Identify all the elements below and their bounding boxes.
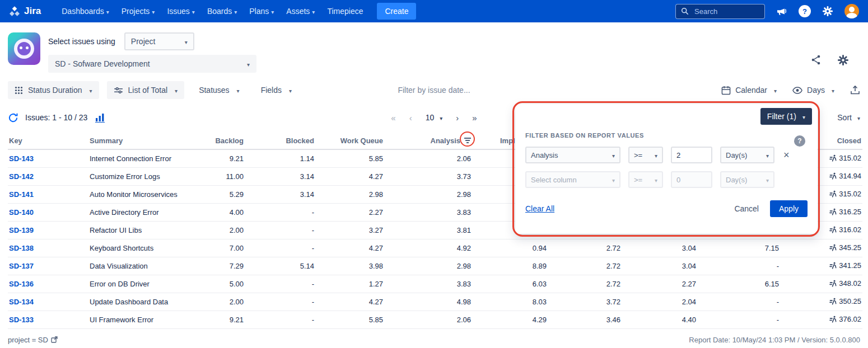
filter-column-select[interactable]: Analysis	[525, 147, 620, 163]
context-bar: Select issues using Project SD - Sofware…	[0, 22, 868, 78]
issue-key-link[interactable]: SD-139	[9, 226, 34, 234]
filter-column-select-disabled[interactable]: Select column	[525, 171, 620, 188]
share-icon[interactable]	[810, 54, 822, 65]
issue-key-link[interactable]: SD-141	[9, 190, 34, 199]
closed-value: 345.25	[839, 243, 861, 252]
time-unit-select[interactable]: Days	[792, 86, 834, 95]
column-filter-icon[interactable]	[464, 137, 471, 145]
create-button[interactable]: Create	[377, 3, 416, 20]
issue-key-link[interactable]: SD-143	[9, 154, 34, 163]
chevron-down-icon	[764, 176, 769, 184]
search-input[interactable]	[693, 7, 756, 16]
nav-projects[interactable]: Projects	[122, 7, 155, 16]
filter-button-label: Filter (1)	[767, 112, 796, 121]
statuses-label: Statuses	[199, 86, 229, 95]
issue-key-link[interactable]: SD-142	[9, 172, 34, 181]
col-header-blocked[interactable]: Blocked	[245, 133, 315, 149]
issue-key-link[interactable]: SD-138	[9, 244, 34, 252]
duration-cell: -	[697, 311, 780, 328]
report-type-select[interactable]: Status Duration	[8, 81, 99, 99]
issue-key-cell[interactable]: SD-143	[8, 149, 88, 167]
issue-key-cell[interactable]: SD-134	[8, 293, 88, 311]
nav-timepiece[interactable]: Timepiece	[327, 7, 363, 16]
col-header-work-queue[interactable]: Work Queue	[315, 133, 384, 149]
duration-cell: 5.85	[315, 311, 384, 328]
first-page-button[interactable]: «	[391, 113, 395, 123]
clear-all-link[interactable]: Clear All	[525, 204, 554, 213]
issue-key-cell[interactable]: SD-136	[8, 275, 88, 293]
last-page-button[interactable]: »	[472, 113, 477, 123]
filter-operator-select-disabled[interactable]: >=	[628, 171, 663, 188]
filter-column-placeholder: Select column	[531, 176, 577, 184]
issue-summary-cell: UI Framework Error	[88, 311, 181, 328]
chevron-down-icon	[855, 113, 860, 122]
user-avatar[interactable]	[844, 4, 859, 18]
filter-operator-select[interactable]: >=	[628, 147, 663, 163]
duration-cell: 1.14	[245, 149, 315, 167]
issue-key-cell[interactable]: SD-138	[8, 239, 88, 257]
jira-logo[interactable]: Jira	[9, 6, 41, 17]
sort-button[interactable]: Sort	[837, 113, 860, 122]
announcements-icon[interactable]	[776, 6, 787, 16]
remove-filter-icon[interactable]: ×	[783, 150, 790, 160]
nav-boards[interactable]: Boards	[207, 7, 237, 16]
issue-source-select[interactable]: Project	[124, 32, 194, 50]
issue-summary-cell: Refactor UI Libs	[88, 221, 181, 239]
settings-gear-icon[interactable]	[822, 6, 833, 17]
issue-key-cell[interactable]: SD-140	[8, 203, 88, 221]
help-icon[interactable]: ?	[799, 5, 811, 17]
export-icon[interactable]	[850, 85, 860, 95]
project-select[interactable]: SD - Sofware Development	[48, 55, 256, 73]
issue-summary-cell: Customize Error Logs	[88, 167, 181, 185]
filter-unit-select-disabled[interactable]: Day(s)	[720, 171, 774, 188]
chevron-down-icon	[772, 86, 777, 95]
issue-key-link[interactable]: SD-136	[9, 280, 34, 288]
col-header-analysis[interactable]: Analysis	[384, 133, 472, 149]
page-size-select[interactable]: 10	[426, 113, 443, 122]
view-mode-select[interactable]: List of Total	[107, 81, 185, 99]
filter-help-icon[interactable]: ?	[794, 135, 805, 147]
filter-button[interactable]: Filter (1)	[760, 108, 812, 125]
fields-select[interactable]: Fields	[254, 81, 298, 99]
issue-key-cell[interactable]: SD-142	[8, 167, 88, 185]
sprint-icon	[829, 208, 837, 215]
next-page-button[interactable]: ›	[456, 113, 459, 123]
duration-cell: 3.04	[622, 239, 697, 257]
duration-cell: -	[245, 311, 315, 328]
issue-key-link[interactable]: SD-137	[9, 262, 34, 270]
calendar-select[interactable]: Calendar	[721, 86, 777, 95]
closed-value: 315.02	[839, 154, 861, 162]
issue-key-cell[interactable]: SD-139	[8, 221, 88, 239]
cancel-button[interactable]: Cancel	[734, 204, 759, 213]
apply-button[interactable]: Apply	[770, 200, 808, 217]
filter-value-input-disabled[interactable]	[671, 171, 712, 188]
duration-cell: 2.72	[548, 275, 622, 293]
nav-plans[interactable]: Plans	[249, 7, 274, 16]
jql-link[interactable]: project = SD	[8, 336, 58, 344]
filter-value-input[interactable]	[671, 147, 712, 163]
issue-key-cell[interactable]: SD-141	[8, 185, 88, 203]
issue-key-link[interactable]: SD-140	[9, 208, 34, 217]
filter-unit-select[interactable]: Day(s)	[720, 147, 774, 163]
filter-panel-footer: Clear All Cancel Apply	[525, 200, 808, 217]
table-row: SD-133UI Framework Error9.21-5.852.064.2…	[8, 311, 862, 328]
issue-key-cell[interactable]: SD-137	[8, 257, 88, 275]
report-settings-gear-icon[interactable]	[837, 54, 849, 66]
prev-page-button[interactable]: ‹	[409, 113, 412, 123]
external-link-icon	[51, 336, 58, 343]
col-header-key[interactable]: Key	[8, 133, 88, 149]
global-search[interactable]	[675, 4, 765, 19]
col-header-summary[interactable]: Summary	[88, 133, 181, 149]
nav-dashboards[interactable]: Dashboards	[62, 7, 109, 16]
issue-source-value: Project	[131, 37, 156, 46]
nav-assets[interactable]: Assets	[286, 7, 315, 16]
duration-cell: 2.72	[548, 257, 622, 275]
issue-key-cell[interactable]: SD-133	[8, 311, 88, 328]
issue-summary-cell: Update Dashboard Data	[88, 293, 181, 311]
duration-cell: 5.85	[315, 149, 384, 167]
nav-issues[interactable]: Issues	[167, 7, 195, 16]
issue-key-link[interactable]: SD-133	[9, 316, 34, 324]
statuses-select[interactable]: Statuses	[192, 81, 246, 99]
issue-key-link[interactable]: SD-134	[9, 298, 34, 306]
col-header-backlog[interactable]: Backlog	[181, 133, 245, 149]
